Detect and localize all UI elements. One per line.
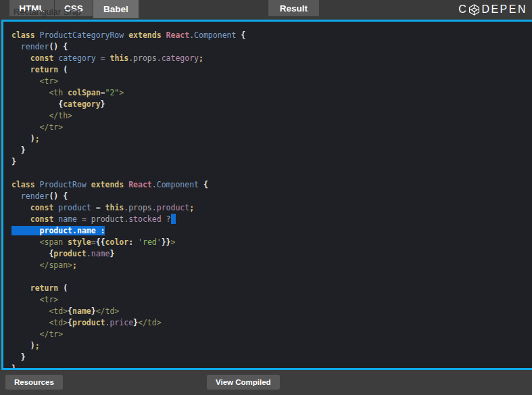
code-token: ; (35, 341, 40, 350)
tab-css[interactable]: CSS (55, 0, 93, 16)
code-line[interactable]: render() { (11, 41, 532, 53)
code-token: React (128, 180, 152, 189)
code-token (11, 53, 30, 63)
code-line[interactable] (11, 271, 532, 283)
code-token: = (101, 88, 105, 97)
code-token: > (171, 237, 176, 247)
code-token: product (58, 203, 91, 212)
code-token: 'red' (138, 237, 162, 247)
code-line[interactable]: class ProductRow extends React.Component… (11, 179, 532, 191)
code-token: class (11, 30, 35, 40)
code-token: return (30, 65, 59, 74)
code-token: color (105, 237, 129, 247)
code-token: <td> (49, 318, 68, 327)
code-token: </td> (138, 318, 162, 327)
code-token (199, 180, 203, 189)
code-line[interactable]: ); (11, 133, 532, 145)
code-token: }} (162, 237, 171, 247)
code-token (11, 145, 21, 155)
code-token: } (133, 318, 138, 327)
code-token (11, 237, 40, 247)
code-token: {{ (96, 237, 105, 247)
code-token: { (63, 191, 68, 201)
code-line[interactable]: const product = this.props.product; (11, 202, 532, 214)
code-line[interactable]: <td>{name}</td> (11, 306, 532, 317)
code-line[interactable]: ); (11, 340, 532, 352)
code-line[interactable]: <th colSpan="2"> (11, 87, 532, 99)
code-token: </tr> (40, 122, 64, 132)
code-token: </tr> (40, 329, 64, 339)
code-token (162, 214, 166, 224)
code-token: product (53, 249, 86, 258)
tab-html-label: HTML (19, 3, 45, 14)
code-token (11, 295, 40, 304)
code-line[interactable]: return ( (11, 64, 532, 76)
code-token (11, 249, 49, 258)
code-token: this (105, 203, 124, 212)
code-line[interactable]: } (11, 156, 532, 168)
resources-button[interactable]: Resources (5, 375, 63, 390)
code-line[interactable]: } (11, 145, 532, 156)
code-line[interactable]: {category} (11, 99, 532, 110)
code-token: </span> (40, 260, 72, 270)
code-line[interactable]: class ProductCategoryRow extends React.C… (11, 30, 532, 41)
code-token: product. (91, 214, 128, 224)
bottom-bar: Resources View Compiled (0, 370, 532, 395)
tab-html[interactable]: HTML (9, 0, 54, 16)
view-compiled-button[interactable]: View Compiled (207, 375, 280, 390)
code-line[interactable]: <span style={{color: 'red'}}> (11, 237, 532, 248)
code-token: stocked (128, 214, 161, 224)
tab-result[interactable]: Result (268, 0, 319, 16)
code-token: product (72, 318, 105, 327)
code-line[interactable]: <tr> (11, 76, 532, 87)
code-token: extends (128, 30, 161, 40)
selected-text: product.name : (11, 226, 105, 235)
code-token (87, 180, 91, 189)
codepen-logo: C DEPEN (458, 2, 527, 17)
code-token (11, 352, 21, 362)
code-token: colSpan (68, 88, 100, 97)
code-token: } (101, 99, 105, 109)
code-line[interactable]: <tr> (11, 294, 532, 306)
code-token: const (30, 53, 54, 63)
code-token (11, 214, 30, 224)
code-token: const (30, 203, 54, 212)
code-line[interactable]: </th> (11, 110, 532, 122)
code-line[interactable]: </tr> (11, 122, 532, 133)
code-token (162, 30, 166, 40)
tab-babel[interactable]: Babel (93, 0, 139, 18)
code-token (35, 180, 40, 189)
code-token: = (82, 214, 87, 224)
code-line[interactable]: </span>; (11, 260, 532, 271)
code-token: product (157, 203, 189, 212)
code-token (11, 111, 49, 120)
code-token (11, 329, 40, 339)
code-token: name (72, 306, 91, 316)
code-line[interactable]: </tr> (11, 329, 532, 340)
code-token (11, 191, 21, 201)
code-token: React (166, 30, 190, 40)
code-token (11, 318, 49, 327)
code-line[interactable] (11, 168, 532, 179)
code-token (11, 134, 30, 143)
code-line[interactable]: {product.name} (11, 248, 532, 260)
code-token: } (11, 157, 16, 166)
code-editor-panel[interactable]: class ProductCategoryRow extends React.C… (1, 20, 532, 370)
code-token: category (58, 53, 95, 63)
code-token (35, 30, 40, 40)
code-line[interactable]: } (11, 363, 532, 370)
code-token: Component (157, 180, 199, 189)
code-line[interactable]: const category = this.props.category; (11, 53, 532, 64)
code-area[interactable]: class ProductCategoryRow extends React.C… (3, 22, 532, 370)
code-token: return (30, 283, 59, 293)
code-line[interactable]: } (11, 352, 532, 363)
code-line[interactable]: const name = product.stocked ? (11, 214, 532, 225)
code-line[interactable]: <td>{product.price}</td> (11, 317, 532, 329)
code-token: ; (189, 203, 194, 212)
code-token: } (11, 364, 16, 370)
code-line[interactable]: render() { (11, 191, 532, 202)
code-token: { (203, 180, 208, 189)
code-line[interactable]: product.name : (11, 225, 532, 237)
code-token: { (63, 42, 68, 51)
code-line[interactable]: return ( (11, 283, 532, 294)
